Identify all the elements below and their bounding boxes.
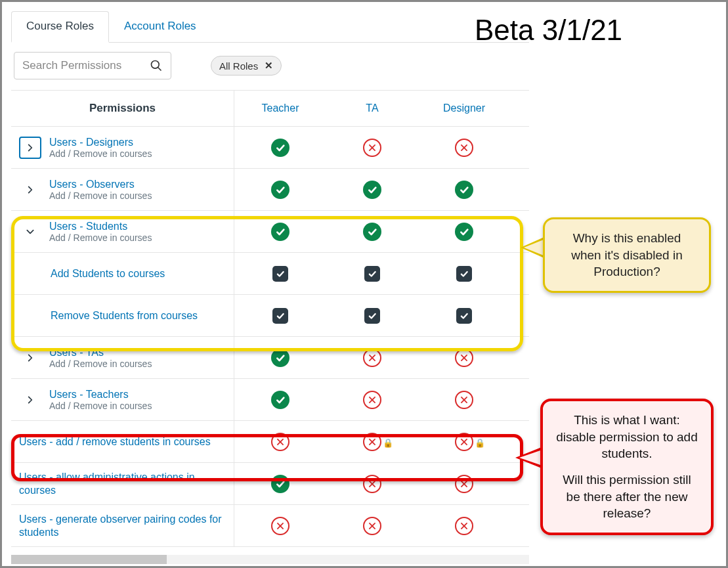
permission-cell[interactable] bbox=[234, 433, 326, 451]
permission-label-cell: Users - TeachersAdd / Remove in courses bbox=[11, 379, 234, 420]
enabled-icon[interactable] bbox=[271, 349, 289, 367]
callout-yellow: Why is this enabled when it's disabled i… bbox=[543, 217, 711, 293]
enabled-icon[interactable] bbox=[271, 139, 289, 157]
permission-cell[interactable] bbox=[418, 349, 510, 367]
permission-cell[interactable] bbox=[418, 517, 510, 535]
permission-row: Users - StudentsAdd / Remove in courses bbox=[11, 211, 529, 253]
permission-subtitle: Add / Remove in courses bbox=[49, 359, 152, 370]
disabled-icon[interactable] bbox=[271, 433, 289, 451]
permission-cell[interactable] bbox=[234, 391, 326, 409]
disabled-icon[interactable] bbox=[363, 433, 381, 451]
permission-cell[interactable]: 🔒 bbox=[418, 433, 510, 451]
permission-cell[interactable] bbox=[234, 517, 326, 535]
disabled-icon[interactable] bbox=[455, 517, 473, 535]
permission-cell[interactable] bbox=[234, 349, 326, 367]
svg-point-0 bbox=[152, 61, 160, 69]
disabled-icon[interactable] bbox=[363, 139, 381, 157]
expand-toggle[interactable] bbox=[19, 137, 41, 159]
permission-title[interactable]: Users - Designers bbox=[49, 136, 152, 148]
col-teacher[interactable]: Teacher bbox=[234, 102, 326, 114]
disabled-icon[interactable] bbox=[363, 517, 381, 535]
permission-cell[interactable] bbox=[234, 308, 326, 324]
expand-toggle[interactable] bbox=[19, 389, 41, 411]
permission-cell[interactable] bbox=[326, 139, 418, 157]
disabled-icon[interactable] bbox=[455, 349, 473, 367]
permission-cell[interactable]: 🔒 bbox=[326, 433, 418, 451]
permission-cell[interactable] bbox=[418, 266, 510, 282]
permission-title[interactable]: Users - allow administrative actions in … bbox=[19, 471, 226, 496]
table-header: Permissions Teacher TA Designer bbox=[11, 90, 529, 127]
disabled-icon[interactable] bbox=[455, 433, 473, 451]
permission-cell[interactable] bbox=[418, 475, 510, 493]
callout-red: This is what I want: disable permission … bbox=[540, 399, 714, 535]
callout-red-tail bbox=[515, 447, 542, 468]
permission-cell[interactable] bbox=[418, 391, 510, 409]
permission-cell[interactable] bbox=[418, 181, 510, 199]
permission-cell[interactable] bbox=[234, 139, 326, 157]
lock-icon: 🔒 bbox=[475, 438, 485, 448]
permission-cell[interactable] bbox=[326, 308, 418, 324]
disabled-icon[interactable] bbox=[455, 391, 473, 409]
enabled-icon[interactable] bbox=[271, 475, 289, 493]
enabled-icon[interactable] bbox=[271, 223, 289, 241]
expand-toggle[interactable] bbox=[19, 221, 41, 243]
permission-cell[interactable] bbox=[418, 308, 510, 324]
disabled-icon[interactable] bbox=[363, 349, 381, 367]
checked-icon[interactable] bbox=[272, 266, 288, 282]
disabled-icon[interactable] bbox=[363, 391, 381, 409]
col-permissions: Permissions bbox=[11, 91, 234, 126]
tab-course-roles[interactable]: Course Roles bbox=[11, 11, 109, 43]
permission-cell[interactable] bbox=[326, 223, 418, 241]
permission-title[interactable]: Remove Students from courses bbox=[51, 309, 198, 322]
permission-cell[interactable] bbox=[326, 391, 418, 409]
enabled-icon[interactable] bbox=[363, 181, 381, 199]
permission-cell[interactable] bbox=[234, 266, 326, 282]
enabled-icon[interactable] bbox=[271, 391, 289, 409]
checked-icon[interactable] bbox=[272, 308, 288, 324]
checked-icon[interactable] bbox=[456, 266, 472, 282]
expand-toggle[interactable] bbox=[19, 347, 41, 369]
col-ta[interactable]: TA bbox=[326, 102, 418, 114]
permission-cell[interactable] bbox=[326, 181, 418, 199]
checked-icon[interactable] bbox=[364, 266, 380, 282]
permission-cell[interactable] bbox=[326, 517, 418, 535]
permission-cell[interactable] bbox=[234, 181, 326, 199]
horizontal-scrollbar[interactable] bbox=[11, 555, 529, 564]
permission-cell[interactable] bbox=[418, 223, 510, 241]
enabled-icon[interactable] bbox=[455, 223, 473, 241]
checked-icon[interactable] bbox=[364, 308, 380, 324]
permission-title[interactable]: Users - Observers bbox=[49, 178, 152, 190]
permission-cell[interactable] bbox=[326, 349, 418, 367]
permission-cell[interactable] bbox=[234, 223, 326, 241]
expand-toggle[interactable] bbox=[19, 179, 41, 201]
permission-title[interactable]: Users - generate observer pairing codes … bbox=[19, 513, 226, 538]
disabled-icon[interactable] bbox=[455, 475, 473, 493]
disabled-icon[interactable] bbox=[455, 139, 473, 157]
permission-title[interactable]: Users - Teachers bbox=[49, 388, 152, 401]
enabled-icon[interactable] bbox=[455, 181, 473, 199]
permission-title[interactable]: Add Students to courses bbox=[51, 267, 165, 280]
permission-cell[interactable] bbox=[326, 475, 418, 493]
permission-title[interactable]: Users - add / remove students in courses bbox=[19, 435, 211, 448]
close-icon[interactable]: ✕ bbox=[265, 60, 273, 72]
permission-label-cell: Users - StudentsAdd / Remove in courses bbox=[11, 211, 234, 252]
permission-cell[interactable] bbox=[326, 266, 418, 282]
role-filter-chip[interactable]: All Roles ✕ bbox=[211, 56, 282, 76]
tab-account-roles[interactable]: Account Roles bbox=[109, 11, 211, 42]
search-input[interactable]: Search Permissions bbox=[14, 52, 171, 79]
disabled-icon[interactable] bbox=[363, 475, 381, 493]
enabled-icon[interactable] bbox=[363, 223, 381, 241]
permission-title[interactable]: Users - TAs bbox=[49, 346, 152, 359]
permission-title[interactable]: Users - Students bbox=[49, 220, 152, 232]
enabled-icon[interactable] bbox=[271, 181, 289, 199]
permission-cell[interactable] bbox=[418, 139, 510, 157]
permission-label-cell: Users - add / remove students in courses bbox=[11, 421, 234, 462]
disabled-icon[interactable] bbox=[271, 517, 289, 535]
col-designer[interactable]: Designer bbox=[418, 102, 510, 114]
permission-cell[interactable] bbox=[234, 475, 326, 493]
checked-icon[interactable] bbox=[456, 308, 472, 324]
permission-label-cell: Users - allow administrative actions in … bbox=[11, 463, 234, 504]
permission-rows: Users - DesignersAdd / Remove in courses… bbox=[11, 127, 529, 547]
permission-row: Remove Students from courses bbox=[11, 295, 529, 337]
permission-label-cell: Add Students to courses bbox=[11, 253, 234, 294]
